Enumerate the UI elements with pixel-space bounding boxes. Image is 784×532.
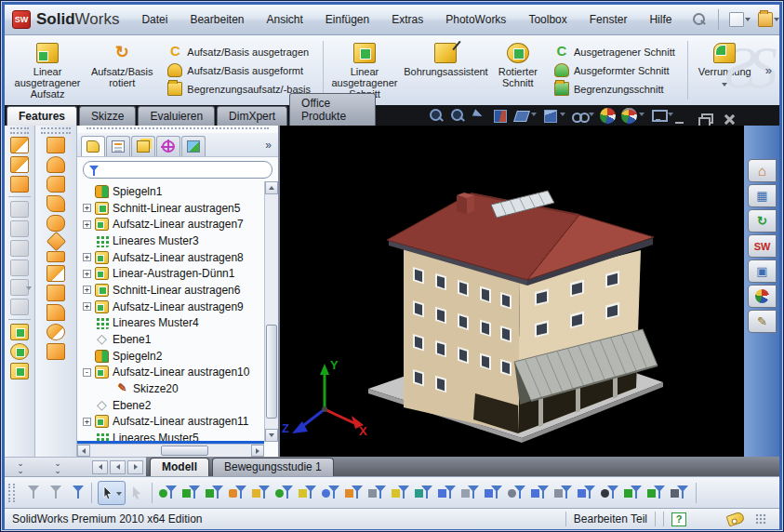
feature-tool-icon[interactable] — [10, 176, 29, 193]
doc-restore-button[interactable] — [698, 113, 712, 126]
surface-tool-icon[interactable] — [47, 251, 65, 262]
tree-item[interactable]: ◇Ebene1 — [83, 331, 264, 348]
tag-icon[interactable] — [726, 512, 746, 527]
extruded-boss-button[interactable]: Linear ausgetragener Aufsatz — [10, 37, 85, 103]
toolbar-grip[interactable] — [8, 484, 15, 502]
tree-item[interactable]: Lineares Muster4 — [83, 315, 264, 332]
displaymanager-tab[interactable] — [181, 136, 206, 156]
scrollbar-thumb[interactable] — [266, 325, 277, 419]
building-model[interactable]: YXZ — [280, 126, 744, 457]
surface-tool-icon[interactable] — [47, 304, 65, 321]
menu-fenster[interactable]: Fenster — [578, 5, 639, 34]
tree-item[interactable]: Spiegeln2 — [83, 348, 264, 365]
clear-all-filters-icon[interactable] — [43, 484, 63, 502]
feature-tool-icon[interactable] — [10, 156, 29, 173]
filter-routing-points-icon[interactable] — [577, 484, 597, 502]
filter-connection-points-icon[interactable] — [646, 484, 667, 502]
swept-cut-button[interactable]: CAusgetragener Schnitt — [551, 44, 678, 60]
filter-annotations-icon[interactable] — [391, 484, 411, 502]
surface-tool-icon[interactable] — [47, 176, 65, 193]
filter-datums-icon[interactable] — [437, 484, 458, 502]
filter-sketches-icon[interactable] — [344, 484, 365, 502]
tree-item[interactable]: +Schnitt-Linear austragen6 — [83, 282, 264, 299]
tree-item[interactable]: Spiegeln1 — [83, 183, 264, 200]
menu-extras[interactable]: Extras — [380, 5, 434, 34]
flex-tool-icon[interactable] — [10, 299, 29, 315]
feature-tool-icon[interactable] — [10, 137, 29, 153]
select-all-filters-icon[interactable] — [65, 484, 86, 502]
tab-features[interactable]: Features — [7, 106, 77, 126]
tab-bewegungsstudie[interactable]: Bewegungsstudie 1 — [212, 458, 334, 476]
chevron-down-icon[interactable] — [116, 492, 122, 499]
scrollbar-thumb[interactable] — [161, 446, 207, 456]
lasso-select-button[interactable] — [127, 481, 146, 505]
filter-planes-icon[interactable] — [484, 484, 504, 502]
custom-properties-tab[interactable]: ✎ — [748, 310, 777, 333]
expander-icon[interactable]: + — [83, 220, 91, 229]
display-style-button[interactable] — [542, 108, 565, 124]
swept-boss-button[interactable]: CAufsatz/Basis ausgetragen — [165, 44, 313, 60]
zoom-to-area-button[interactable] — [449, 108, 465, 124]
toolbar-grip[interactable] — [41, 127, 71, 134]
filter-faces-icon[interactable] — [205, 484, 225, 502]
tree-item[interactable]: +Linear-Austragen-Dünn1 — [83, 265, 264, 282]
tree-item[interactable]: +Aufsatz-Linear austragen11 — [83, 414, 264, 431]
view-settings-button[interactable] — [650, 108, 673, 124]
graphics-viewport[interactable]: YXZ — [280, 126, 744, 457]
surface-tool-icon[interactable] — [47, 137, 65, 153]
design-library-tab[interactable]: ▦ — [748, 184, 777, 207]
tree-item[interactable]: +Aufsatz-Linear austragen7 — [83, 216, 264, 233]
menu-bearbeiten[interactable]: Bearbeiten — [179, 5, 255, 34]
cut-tool-icon[interactable] — [10, 324, 29, 340]
surface-tool-icon[interactable] — [47, 324, 65, 340]
tab-scroll-left-button[interactable] — [110, 460, 126, 474]
surface-tool-icon[interactable] — [47, 215, 65, 232]
expander-icon[interactable]: + — [83, 302, 91, 311]
menu-einfuegen[interactable]: Einfügen — [314, 5, 380, 34]
tab-scroll-right-button[interactable] — [127, 460, 143, 474]
panel-overflow-button[interactable]: » — [260, 139, 276, 153]
chevron-down-icon[interactable] — [531, 113, 537, 119]
fillet-button[interactable]: Verrundung — [692, 37, 758, 103]
tree-vertical-scrollbar[interactable] — [264, 181, 278, 442]
filter-notes-icon[interactable] — [414, 484, 434, 502]
scroll-left-button[interactable] — [77, 445, 90, 457]
tree-item[interactable]: -Aufsatz-Linear austragen10 — [83, 365, 264, 381]
hide-show-items-button[interactable] — [571, 108, 594, 124]
tree-filter-input[interactable] — [104, 164, 266, 177]
tree-item[interactable]: Lineares Muster3 — [83, 233, 264, 249]
zoom-to-fit-button[interactable] — [428, 108, 444, 124]
propertymanager-tab[interactable] — [106, 136, 130, 156]
expander-icon[interactable]: + — [83, 204, 91, 212]
tree-item[interactable]: +Aufsatz-Linear austragen9 — [83, 299, 264, 315]
tree-horizontal-scrollbar[interactable] — [77, 444, 264, 457]
filter-vertices-icon[interactable] — [158, 484, 179, 502]
filter-sketch-segments-icon[interactable] — [274, 484, 295, 502]
menu-hilfe[interactable]: Hilfe — [638, 5, 683, 34]
revolved-cut-button[interactable]: Rotierter Schnitt — [490, 37, 546, 103]
tab-modell[interactable]: Modell — [150, 458, 209, 476]
menu-photoworks[interactable]: PhotoWorks — [434, 5, 517, 34]
tree-item[interactable]: +Schnitt-Linear austragen5 — [83, 200, 264, 217]
hole-wizard-button[interactable]: Bohrungsassistent — [402, 37, 490, 103]
chevron-down-icon[interactable] — [722, 83, 727, 89]
view-orientation-button[interactable] — [513, 108, 537, 124]
view-palette-tab[interactable]: ▣ — [748, 259, 777, 283]
surface-tool-icon[interactable] — [47, 156, 65, 173]
ribbon-overflow-button[interactable]: » — [758, 63, 779, 77]
pattern-tool-icon[interactable] — [10, 363, 29, 379]
surface-tool-icon[interactable] — [47, 195, 65, 212]
filter-axes-icon[interactable] — [460, 484, 481, 502]
previous-view-button[interactable] — [471, 108, 486, 124]
expander-icon[interactable]: - — [83, 368, 91, 377]
chevron-down-icon[interactable] — [774, 18, 779, 24]
expander-icon[interactable]: + — [83, 286, 91, 294]
doc-minimize-button[interactable] — [673, 113, 688, 126]
tree-item[interactable]: ✎Skizze20 — [83, 380, 264, 397]
file-explorer-tab[interactable]: ↻ — [748, 209, 777, 233]
menu-toolbox[interactable]: Toolbox — [517, 5, 578, 34]
tab-office-produkte[interactable]: Office Produkte — [289, 93, 376, 126]
filter-solid-bodies-icon[interactable] — [251, 484, 272, 502]
tab-scroll-first-button[interactable] — [92, 460, 108, 474]
toolbar-overflow-chevron[interactable]: ⌄⌄ — [10, 459, 31, 474]
